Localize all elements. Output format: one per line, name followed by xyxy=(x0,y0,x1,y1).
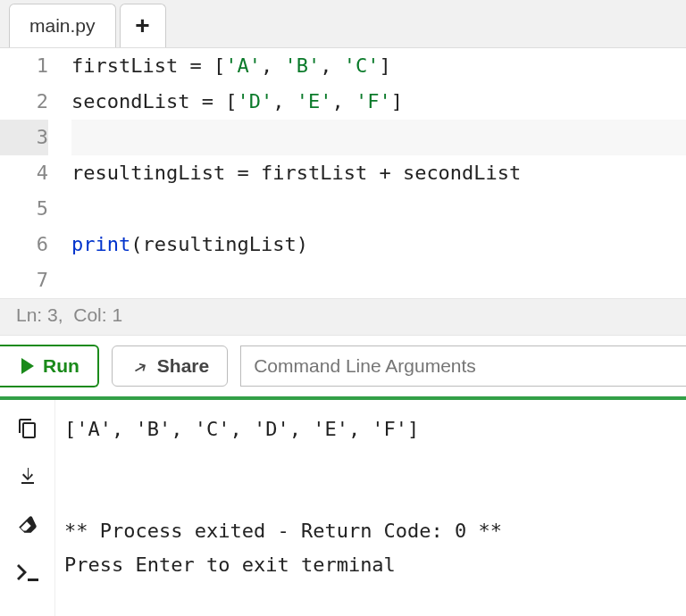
code-line[interactable]: print(resultingList) xyxy=(71,227,686,262)
erase-icon[interactable] xyxy=(15,512,40,537)
code-line[interactable]: secondList = ['D', 'E', 'F'] xyxy=(71,84,686,120)
code-line[interactable]: firstList = ['A', 'B', 'C'] xyxy=(71,48,686,84)
line-number: 2 xyxy=(0,84,48,120)
line-number: 6 xyxy=(0,227,48,262)
line-gutter: 1234567 xyxy=(0,48,61,298)
copy-icon[interactable] xyxy=(15,416,40,441)
line-number: 4 xyxy=(0,155,48,191)
status-ln: 3 xyxy=(47,304,58,325)
code-line[interactable]: resultingList = firstList + secondList xyxy=(71,155,686,191)
status-ln-prefix: Ln: xyxy=(16,304,47,325)
code-line[interactable] xyxy=(71,120,686,155)
line-number: 7 xyxy=(0,262,48,298)
line-number: 3 xyxy=(0,120,48,155)
share-label: Share xyxy=(157,355,209,377)
download-icon[interactable] xyxy=(15,464,40,489)
terminal-output[interactable]: ['A', 'B', 'C', 'D', 'E', 'F'] ** Proces… xyxy=(55,400,686,616)
code-line[interactable] xyxy=(71,262,686,298)
plus-icon: + xyxy=(135,12,149,40)
code-content[interactable]: firstList = ['A', 'B', 'C']secondList = … xyxy=(61,48,686,298)
status-col: 1 xyxy=(112,304,122,325)
terminal-icon[interactable] xyxy=(15,561,40,586)
share-icon xyxy=(130,357,148,375)
add-tab-button[interactable]: + xyxy=(120,4,166,47)
status-col-prefix: Col: xyxy=(73,304,112,325)
tab-bar: main.py + xyxy=(0,0,686,48)
tab-main[interactable]: main.py xyxy=(9,4,116,47)
play-icon xyxy=(21,358,34,374)
run-button[interactable]: Run xyxy=(0,345,99,387)
output-panel: ['A', 'B', 'C', 'D', 'E', 'F'] ** Proces… xyxy=(0,400,686,616)
line-number: 5 xyxy=(0,191,48,227)
line-number: 1 xyxy=(0,48,48,84)
tab-label: main.py xyxy=(29,15,96,37)
code-line[interactable] xyxy=(71,191,686,227)
toolbar: Run Share xyxy=(0,336,686,396)
share-button[interactable]: Share xyxy=(112,345,228,387)
run-label: Run xyxy=(43,355,79,377)
output-sidebar xyxy=(0,400,55,616)
status-bar: Ln: 3, Col: 1 xyxy=(0,298,686,336)
cli-args-input[interactable] xyxy=(240,345,686,387)
code-editor[interactable]: 1234567 firstList = ['A', 'B', 'C']secon… xyxy=(0,48,686,298)
